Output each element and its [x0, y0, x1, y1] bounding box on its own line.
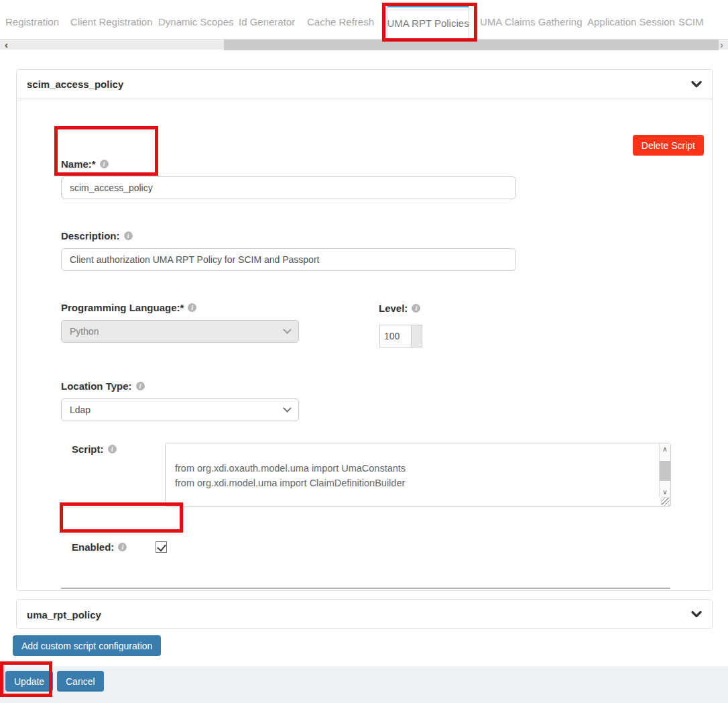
tab-dynamic-scopes[interactable]: Dynamic Scopes	[158, 16, 234, 28]
cancel-button[interactable]: Cancel	[57, 671, 104, 692]
level-label-text: Level:	[379, 303, 408, 314]
tab-scrollbar-track[interactable]: ‹ ›	[0, 39, 728, 50]
description-label-text: Description:	[61, 230, 120, 241]
scroll-left-icon[interactable]: ‹	[5, 40, 8, 50]
level-field	[379, 325, 422, 347]
panel-title: scim_access_policy	[27, 78, 123, 90]
footer-bar: Update Cancel	[0, 666, 728, 703]
enabled-checkbox[interactable]	[156, 541, 167, 553]
info-icon[interactable]	[118, 543, 127, 551]
panel-title: uma_rpt_policy	[27, 609, 101, 620]
chevron-down-icon	[691, 610, 702, 618]
tab-uma-claims-gathering[interactable]: UMA Claims Gathering	[480, 16, 583, 28]
script-editor: from org.xdi.oxauth.model.uma import Uma…	[165, 443, 671, 507]
enabled-label-text: Enabled:	[72, 541, 114, 553]
delete-script-button[interactable]: Delete Script	[633, 135, 704, 156]
panel-header-uma-rpt-policy[interactable]: uma_rpt_policy	[17, 600, 712, 629]
chevron-down-icon	[691, 80, 702, 89]
location-type-value: Ldap	[70, 404, 90, 415]
programming-language-select[interactable]: Python	[61, 320, 299, 343]
tab-bar: Registration Client Registration Dynamic…	[0, 0, 728, 39]
script-scrollbar-thumb[interactable]	[660, 461, 670, 481]
location-type-select[interactable]: Ldap	[61, 398, 299, 421]
tab-client-registration[interactable]: Client Registration	[70, 16, 153, 28]
panel-body: Delete Script Name:* Description: Progra…	[17, 99, 712, 591]
info-icon[interactable]	[124, 231, 133, 240]
level-spinner[interactable]	[411, 325, 422, 347]
section-divider	[61, 588, 670, 589]
scroll-down-icon[interactable]: ∨	[660, 488, 670, 496]
scroll-up-icon[interactable]: ∧	[660, 445, 670, 453]
chevron-down-icon	[283, 325, 292, 334]
level-label: Level:	[379, 303, 420, 314]
tab-application-session[interactable]: Application Session	[587, 16, 675, 28]
custom-scripts-page: Registration Client Registration Dynamic…	[0, 0, 728, 703]
panel-uma-rpt-policy: uma_rpt_policy	[16, 599, 713, 629]
description-label: Description:	[61, 230, 133, 241]
name-label-text: Name:*	[61, 158, 96, 170]
location-type-label-text: Location Type:	[61, 380, 132, 392]
tab-scrollbar-thumb[interactable]	[224, 40, 719, 50]
info-icon[interactable]	[188, 303, 196, 312]
programming-language-label-text: Programming Language:*	[61, 302, 184, 313]
info-icon[interactable]	[100, 160, 109, 168]
script-label: Script:	[72, 443, 117, 455]
tab-uma-rpt-policies[interactable]: UMA RPT Policies	[387, 5, 469, 39]
level-input[interactable]	[380, 325, 411, 347]
enabled-label: Enabled:	[72, 541, 127, 553]
tab-id-generator[interactable]: Id Generator	[239, 16, 295, 28]
resize-handle-icon[interactable]	[661, 497, 670, 506]
script-label-text: Script:	[72, 443, 104, 455]
script-textarea[interactable]: from org.xdi.oxauth.model.uma import Uma…	[166, 443, 658, 506]
add-custom-script-button[interactable]: Add custom script configuration	[13, 635, 161, 656]
tab-scim[interactable]: SCIM	[678, 16, 704, 28]
info-icon[interactable]	[136, 382, 145, 390]
update-button[interactable]: Update	[5, 671, 53, 692]
active-tab-label: UMA RPT Policies	[387, 17, 469, 29]
panel-header-scim-access-policy[interactable]: scim_access_policy	[17, 70, 712, 99]
location-type-label: Location Type:	[61, 380, 145, 392]
info-icon[interactable]	[108, 445, 117, 453]
description-input[interactable]	[61, 248, 516, 271]
chevron-down-icon	[283, 404, 292, 413]
scroll-right-icon[interactable]: ›	[720, 40, 723, 50]
panel-scim-access-policy: scim_access_policy Delete Script Name:* …	[16, 69, 713, 591]
tab-cache-refresh[interactable]: Cache Refresh	[307, 16, 374, 28]
name-label: Name:*	[61, 158, 109, 170]
info-icon[interactable]	[412, 304, 420, 313]
programming-language-value: Python	[70, 326, 99, 337]
name-input[interactable]	[61, 176, 516, 199]
script-scrollbar-track[interactable]: ∧ ∨	[659, 443, 670, 497]
tab-registration[interactable]: Registration	[5, 16, 59, 28]
programming-language-label: Programming Language:*	[61, 302, 196, 313]
